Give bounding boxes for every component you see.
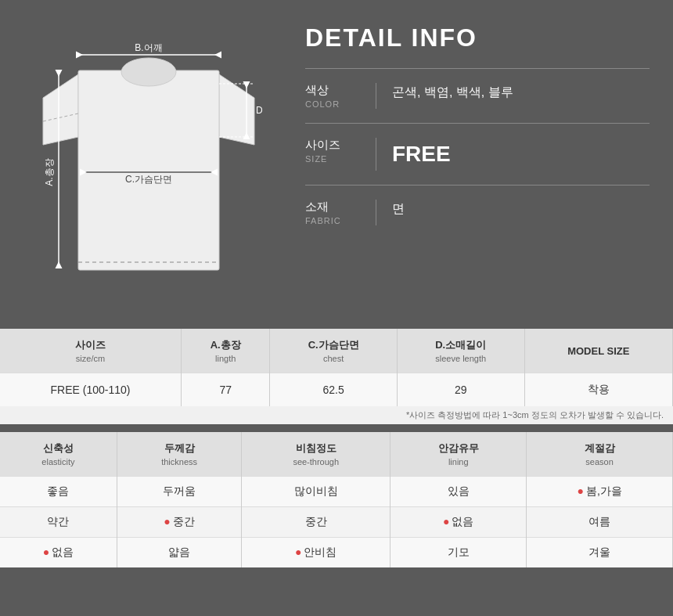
sleeve-col-en: sleeve length xyxy=(405,354,516,363)
info-row-color: 색상 COLOR 곤색, 백염, 백색, 블루 xyxy=(305,68,650,123)
detail-info: DETAIL INFO 색상 COLOR 곤색, 백염, 백색, 블루 사이즈 … xyxy=(282,23,650,313)
color-label-en: COLOR xyxy=(305,99,376,109)
svg-rect-0 xyxy=(78,70,219,270)
fabric-r3-lining: 기모 xyxy=(390,538,527,568)
fabric-value: 면 xyxy=(392,200,405,218)
fabric-r1-season: ●봄,가을 xyxy=(527,477,673,507)
size-cell-size: FREE (100-110) xyxy=(0,373,181,407)
sleeve-col-header: D.소매길이 sleeve length xyxy=(397,329,524,373)
lining-ko: 안감유무 xyxy=(438,442,479,454)
total-length-label: A.총장 xyxy=(44,158,55,186)
chest-col-header: C.가슴단면 chest xyxy=(270,329,398,373)
fabric-r1-seethrough: 많이비침 xyxy=(242,477,390,507)
shoulder-label: B.어깨 xyxy=(135,42,162,53)
size-label: 사이즈 SIZE xyxy=(305,138,376,164)
dot-icon-thickness2: ● xyxy=(164,515,170,528)
fabric-r1-thickness: 두꺼움 xyxy=(117,477,241,507)
fabric-label-ko: 소재 xyxy=(305,200,376,214)
size-table-section: 사이즈 size/cm A.총장 lingth C.가슴단면 chest D.소… xyxy=(0,329,673,424)
fabric-row-1: 좋음 두꺼움 많이비침 있음 ●봄,가을 xyxy=(0,477,673,507)
elasticity-ko: 신축성 xyxy=(43,442,74,454)
lining-col-header: 안감유무 lining xyxy=(390,432,527,477)
size-table: 사이즈 size/cm A.총장 lingth C.가슴단면 chest D.소… xyxy=(0,329,673,406)
season-en: season xyxy=(534,457,664,467)
fabric-r3-season: 겨울 xyxy=(527,538,673,568)
fabric-header-row: 신축성 elasticity 두께감 thickness 비침정도 see-th… xyxy=(0,432,673,477)
size-label-ko: 사이즈 xyxy=(305,138,376,153)
fabric-r1-lining: 있음 xyxy=(390,477,527,507)
size-col-en: size/cm xyxy=(8,354,173,363)
size-table-row: FREE (100-110) 77 62.5 29 착용 xyxy=(0,373,673,407)
sleeve-label: D.소매길이 xyxy=(256,105,262,116)
fabric-row-2: 약간 ●중간 중간 ●없음 여름 xyxy=(0,507,673,538)
size-divider xyxy=(376,138,376,171)
color-label: 색상 COLOR xyxy=(305,83,376,109)
chest-col-ko: C.가슴단면 xyxy=(308,339,359,351)
fabric-divider xyxy=(376,200,376,225)
main-container: B.어깨 A.총장 C.가슴단면 D.소매길이 DETAIL INFO xyxy=(0,0,673,616)
elasticity-col-header: 신축성 elasticity xyxy=(0,432,117,477)
fabric-r1-elasticity: 좋음 xyxy=(0,477,117,507)
size-cell-chest: 62.5 xyxy=(270,373,398,407)
fabric-r2-season: 여름 xyxy=(527,507,673,538)
fabric-label: 소재 FABRIC xyxy=(305,200,376,225)
fabric-row-3: ●없음 얇음 ●안비침 기모 겨울 xyxy=(0,538,673,568)
size-value: FREE xyxy=(392,138,451,171)
seethrough-ko: 비침정도 xyxy=(296,442,336,454)
thickness-ko: 두께감 xyxy=(164,442,195,454)
top-section: B.어깨 A.총장 C.가슴단면 D.소매길이 DETAIL INFO xyxy=(0,0,673,329)
size-cell-sleeve: 29 xyxy=(397,373,524,407)
color-divider xyxy=(376,83,376,109)
fabric-label-en: FABRIC xyxy=(305,216,376,225)
elasticity-en: elasticity xyxy=(8,457,109,467)
length-col-ko: A.총장 xyxy=(211,339,241,351)
length-col-header: A.총장 lingth xyxy=(181,329,269,373)
dot-icon-season1: ● xyxy=(577,485,583,497)
thickness-col-header: 두께감 thickness xyxy=(117,432,241,477)
chest-col-en: chest xyxy=(278,354,389,363)
size-cell-length: 77 xyxy=(181,373,269,407)
seethrough-en: see-through xyxy=(250,457,382,467)
size-note: *사이즈 측정방법에 따라 1~3cm 정도의 오차가 발생할 수 있습니다. xyxy=(0,406,673,424)
tshirt-diagram: B.어깨 A.총장 C.가슴단면 D.소매길이 xyxy=(35,27,262,309)
info-row-size: 사이즈 SIZE FREE xyxy=(305,123,650,185)
info-row-fabric: 소재 FABRIC 면 xyxy=(305,185,650,240)
tshirt-area: B.어깨 A.총장 C.가슴단면 D.소매길이 xyxy=(16,23,282,313)
model-col-ko: MODEL SIZE xyxy=(567,345,629,357)
color-label-ko: 색상 xyxy=(305,83,376,98)
season-ko: 계절감 xyxy=(585,442,615,454)
seethrough-col-header: 비침정도 see-through xyxy=(242,432,390,477)
dot-icon-seethrough3: ● xyxy=(295,546,301,558)
lining-en: lining xyxy=(398,457,518,467)
detail-info-title: DETAIL INFO xyxy=(305,23,650,52)
size-table-header-row: 사이즈 size/cm A.총장 lingth C.가슴단면 chest D.소… xyxy=(0,329,673,373)
thickness-en: thickness xyxy=(125,457,233,467)
fabric-r2-thickness: ●중간 xyxy=(117,507,241,538)
fabric-table: 신축성 elasticity 두께감 thickness 비침정도 see-th… xyxy=(0,432,673,567)
size-cell-model: 착용 xyxy=(524,373,673,407)
fabric-r3-seethrough: ●안비침 xyxy=(242,538,390,568)
color-value: 곤색, 백염, 백색, 블루 xyxy=(392,83,513,102)
model-col-header: MODEL SIZE xyxy=(524,329,673,373)
fabric-table-section: 신축성 elasticity 두께감 thickness 비침정도 see-th… xyxy=(0,432,673,567)
fabric-r2-elasticity: 약간 xyxy=(0,507,117,538)
size-col-header: 사이즈 size/cm xyxy=(0,329,181,373)
chest-label: C.가슴단면 xyxy=(125,174,172,185)
sleeve-col-ko: D.소매길이 xyxy=(435,339,486,351)
length-col-en: lingth xyxy=(189,354,261,363)
dot-icon-lining2: ● xyxy=(443,515,449,528)
size-label-en: SIZE xyxy=(305,154,376,164)
fabric-r2-seethrough: 중간 xyxy=(242,507,390,538)
dot-icon-elasticity3: ● xyxy=(43,546,49,558)
fabric-r3-thickness: 얇음 xyxy=(117,538,241,568)
fabric-r3-elasticity: ●없음 xyxy=(0,538,117,568)
season-col-header: 계절감 season xyxy=(527,432,673,477)
size-col-ko: 사이즈 xyxy=(75,339,106,351)
fabric-r2-lining: ●없음 xyxy=(390,507,527,538)
svg-point-1 xyxy=(121,58,176,86)
